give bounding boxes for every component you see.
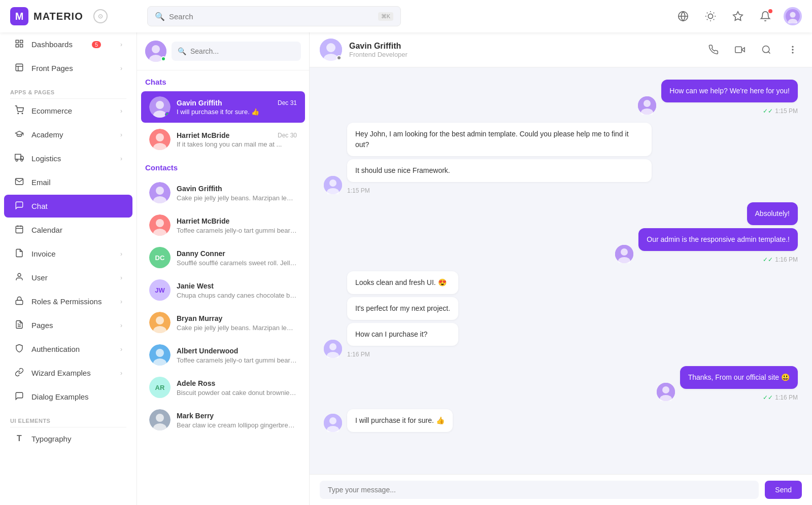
more-options-icon[interactable] [784, 41, 802, 59]
message-avatar [324, 414, 342, 432]
sidebar-item-label: Roles & Permissions [31, 297, 101, 306]
svg-point-20 [22, 113, 23, 114]
svg-line-5 [714, 19, 714, 20]
search-input[interactable] [169, 12, 374, 21]
sidebar-item-ecommerce[interactable]: Ecommerce › [4, 99, 132, 122]
contact-preview: Cake pie jelly jelly beans. Marzipan lem… [177, 324, 297, 332]
svg-point-28 [18, 273, 21, 276]
pages-icon [14, 320, 24, 331]
chat-item-info: Gavin Griffith Dec 31 I will purchase it… [177, 99, 297, 116]
chevron-right-icon: › [120, 322, 122, 329]
chat-list: Chats Gavin Griffith Dec 31 I will purch… [137, 70, 309, 505]
bubble-stack: Hey John, I am looking for the best admi… [347, 123, 652, 182]
chat-item-info: Harriet McBride Toffee caramels jelly-o … [177, 217, 297, 234]
message-time: 1:15 PM [347, 187, 652, 194]
message-bubble: It should use nice Framework. [347, 159, 652, 182]
notification-icon[interactable] [756, 7, 774, 25]
video-icon[interactable] [731, 41, 749, 59]
sidebar-item-calendar[interactable]: Calendar [4, 219, 132, 241]
translate-icon[interactable] [674, 7, 692, 25]
sidebar: Dashboards 5 › Front Pages › APPS & PAGE… [0, 32, 137, 505]
sidebar-item-dialog[interactable]: Dialog Examples [4, 385, 132, 408]
sidebar-item-wizard[interactable]: Wizard Examples › [4, 362, 132, 384]
chat-avatar-harriet [149, 129, 171, 150]
sidebar-item-email[interactable]: Email [4, 171, 132, 194]
chat-search-input[interactable] [190, 47, 295, 55]
dialog-icon [14, 391, 24, 402]
front-pages-icon [14, 63, 24, 74]
contact-item-gavin[interactable]: Gavin Griffith Cake pie jelly jelly bean… [141, 177, 305, 208]
contact-avatar-mark [149, 409, 171, 430]
message-input[interactable] [320, 481, 759, 499]
contact-item-bryan[interactable]: Bryan Murray Cake pie jelly jelly beans.… [141, 307, 305, 338]
svg-point-64 [792, 49, 793, 50]
chevron-right-icon: › [120, 250, 122, 258]
chevron-right-icon: › [120, 131, 122, 138]
sidebar-item-chat[interactable]: Chat [4, 195, 132, 218]
chat-item-date: Dec 31 [278, 99, 297, 106]
sidebar-item-label: Logistics [31, 154, 61, 163]
chat-item-info: Harriet McBride Dec 30 If it takes long … [177, 131, 297, 148]
chat-item-info: Albert Underwood Toffee caramels jelly-o… [177, 346, 297, 364]
chat-item-preview: If it takes long you can mail me at ... [177, 140, 297, 148]
message-avatar [324, 340, 342, 358]
sidebar-item-dashboards[interactable]: Dashboards 5 › [4, 33, 132, 56]
message-bubble: It's perfect for my next project. [347, 297, 458, 320]
sidebar-item-label: Pages [31, 321, 53, 330]
global-search-bar[interactable]: 🔍 ⌘K [147, 6, 401, 26]
svg-rect-15 [20, 40, 23, 43]
chat-search-bar[interactable]: 🔍 [172, 42, 301, 61]
chevron-right-icon: › [120, 65, 122, 72]
sidebar-item-auth[interactable]: Authentication › [4, 338, 132, 360]
sidebar-item-front-pages[interactable]: Front Pages › [4, 57, 132, 80]
sidebar-item-typography[interactable]: T Typography [4, 428, 132, 449]
contact-preview: Toffee caramels jelly-o tart gummi bears… [177, 356, 297, 364]
contact-name: Danny Conner [177, 249, 225, 258]
chat-item-gavin[interactable]: Gavin Griffith Dec 31 I will purchase it… [141, 91, 305, 123]
contact-item-danny[interactable]: DC Danny Conner Soufflé soufflé caramels… [141, 242, 305, 273]
sidebar-item-invoice[interactable]: Invoice › [4, 242, 132, 265]
contact-item-janie[interactable]: JW Janie West Chupa chups candy canes ch… [141, 274, 305, 306]
sidebar-item-label: Authentication [31, 345, 80, 353]
sidebar-item-logistics[interactable]: Logistics › [4, 147, 132, 170]
bookmark-icon[interactable] [729, 7, 747, 25]
theme-icon[interactable] [701, 7, 720, 25]
chat-item-info: Danny Conner Soufflé soufflé caramels sw… [177, 249, 297, 267]
message-bubble: Thanks, From our official site 😃 [680, 366, 798, 389]
chat-panel: 🔍 Chats Gavin Griffith Dec 31 I will pur… [137, 32, 310, 505]
svg-rect-29 [16, 300, 23, 304]
svg-line-4 [707, 13, 707, 13]
sidebar-item-academy[interactable]: Academy › [4, 123, 132, 146]
message-row: How can we help? We're here for you! ✓✓1… [324, 80, 798, 115]
chat-online-dot [165, 112, 170, 117]
sidebar-item-label: Typography [31, 435, 71, 443]
svg-point-57 [326, 43, 335, 52]
svg-point-67 [644, 100, 651, 107]
svg-point-45 [156, 219, 164, 227]
chat-item-info: Adele Ross Biscuit powder oat cake donut… [177, 379, 297, 396]
search-chat-icon[interactable] [757, 41, 775, 59]
sidebar-item-label: Invoice [31, 249, 56, 258]
sidebar-item-user[interactable]: User › [4, 266, 132, 289]
sidebar-item-pages[interactable]: Pages › [4, 314, 132, 337]
sidebar-item-roles[interactable]: Roles & Permissions › [4, 290, 132, 313]
svg-point-76 [329, 343, 336, 350]
message-col: Looks clean and fresh UI. 😍 It's perfect… [347, 271, 458, 358]
chat-item-date: Dec 30 [278, 132, 297, 139]
phone-icon[interactable] [704, 41, 723, 59]
contact-item-mark[interactable]: Mark Berry Bear claw ice cream lollipop … [141, 404, 305, 436]
message-bubble: Looks clean and fresh UI. 😍 [347, 271, 458, 294]
user-avatar[interactable] [784, 7, 802, 25]
contact-item-albert[interactable]: Albert Underwood Toffee caramels jelly-o… [141, 339, 305, 371]
svg-rect-14 [16, 40, 18, 43]
contact-avatar-harriet [149, 214, 171, 236]
chat-item-preview: I will purchase it for sure. 👍 [177, 108, 297, 116]
settings-toggle-icon[interactable]: ⊙ [93, 9, 108, 23]
message-row: Absolutely! Our admin is the responsive … [324, 202, 798, 263]
contact-item-adele[interactable]: AR Adele Ross Biscuit powder oat cake do… [141, 372, 305, 403]
svg-point-39 [156, 133, 164, 141]
send-button[interactable]: Send [765, 481, 802, 499]
wizard-icon [14, 368, 24, 378]
chat-item-harriet[interactable]: Harriet McBride Dec 30 If it takes long … [141, 124, 305, 155]
contact-item-harriet[interactable]: Harriet McBride Toffee caramels jelly-o … [141, 209, 305, 241]
